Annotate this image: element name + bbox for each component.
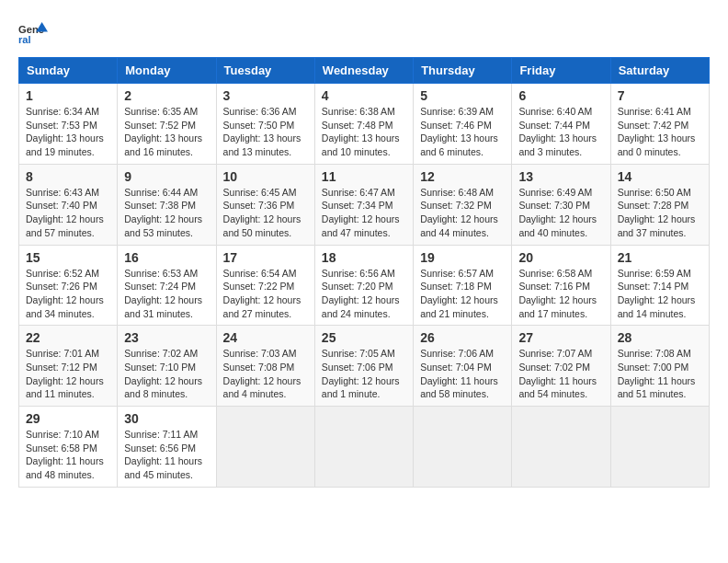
svg-text:ral: ral [18, 34, 31, 45]
calendar-cell-12: 12Sunrise: 6:48 AMSunset: 7:32 PMDayligh… [414, 164, 512, 245]
calendar-cell-1: 1Sunrise: 6:34 AMSunset: 7:53 PMDaylight… [19, 84, 118, 165]
calendar-cell-10: 10Sunrise: 6:45 AMSunset: 7:36 PMDayligh… [216, 164, 314, 245]
header-thursday: Thursday [414, 58, 512, 84]
calendar-header-row: SundayMondayTuesdayWednesdayThursdayFrid… [19, 58, 710, 84]
calendar-cell-28: 28Sunrise: 7:08 AMSunset: 7:00 PMDayligh… [610, 326, 709, 407]
calendar-cell-9: 9Sunrise: 6:44 AMSunset: 7:38 PMDaylight… [118, 164, 216, 245]
calendar-week-1: 1Sunrise: 6:34 AMSunset: 7:53 PMDaylight… [19, 84, 710, 165]
calendar-cell-2: 2Sunrise: 6:35 AMSunset: 7:52 PMDaylight… [118, 84, 216, 165]
calendar-cell-19: 19Sunrise: 6:57 AMSunset: 7:18 PMDayligh… [414, 245, 512, 326]
header-sunday: Sunday [19, 58, 118, 84]
header-tuesday: Tuesday [216, 58, 314, 84]
calendar-cell-empty [512, 407, 610, 488]
calendar-cell-16: 16Sunrise: 6:53 AMSunset: 7:24 PMDayligh… [118, 245, 216, 326]
logo-icon: Gene ral [18, 18, 48, 48]
calendar-cell-8: 8Sunrise: 6:43 AMSunset: 7:40 PMDaylight… [19, 164, 118, 245]
calendar-cell-21: 21Sunrise: 6:59 AMSunset: 7:14 PMDayligh… [610, 245, 709, 326]
calendar-cell-empty [216, 407, 314, 488]
calendar-cell-29: 29Sunrise: 7:10 AMSunset: 6:58 PMDayligh… [19, 407, 118, 488]
calendar-cell-13: 13Sunrise: 6:49 AMSunset: 7:30 PMDayligh… [512, 164, 610, 245]
calendar-cell-20: 20Sunrise: 6:58 AMSunset: 7:16 PMDayligh… [512, 245, 610, 326]
calendar-cell-18: 18Sunrise: 6:56 AMSunset: 7:20 PMDayligh… [314, 245, 413, 326]
calendar-cell-30: 30Sunrise: 7:11 AMSunset: 6:56 PMDayligh… [118, 407, 216, 488]
calendar-cell-6: 6Sunrise: 6:40 AMSunset: 7:44 PMDaylight… [512, 84, 610, 165]
calendar-cell-24: 24Sunrise: 7:03 AMSunset: 7:08 PMDayligh… [216, 326, 314, 407]
calendar-cell-5: 5Sunrise: 6:39 AMSunset: 7:46 PMDaylight… [414, 84, 512, 165]
calendar-cell-7: 7Sunrise: 6:41 AMSunset: 7:42 PMDaylight… [610, 84, 709, 165]
header-friday: Friday [512, 58, 610, 84]
calendar-cell-empty [414, 407, 512, 488]
calendar-week-2: 8Sunrise: 6:43 AMSunset: 7:40 PMDaylight… [19, 164, 710, 245]
calendar-cell-26: 26Sunrise: 7:06 AMSunset: 7:04 PMDayligh… [414, 326, 512, 407]
calendar-cell-17: 17Sunrise: 6:54 AMSunset: 7:22 PMDayligh… [216, 245, 314, 326]
page-header: Gene ral [18, 18, 710, 48]
calendar-cell-15: 15Sunrise: 6:52 AMSunset: 7:26 PMDayligh… [19, 245, 118, 326]
header-monday: Monday [118, 58, 216, 84]
calendar-cell-14: 14Sunrise: 6:50 AMSunset: 7:28 PMDayligh… [610, 164, 709, 245]
logo: Gene ral [18, 18, 51, 48]
calendar-cell-empty [314, 407, 413, 488]
calendar-cell-4: 4Sunrise: 6:38 AMSunset: 7:48 PMDaylight… [314, 84, 413, 165]
header-wednesday: Wednesday [314, 58, 413, 84]
calendar-cell-23: 23Sunrise: 7:02 AMSunset: 7:10 PMDayligh… [118, 326, 216, 407]
calendar-cell-11: 11Sunrise: 6:47 AMSunset: 7:34 PMDayligh… [314, 164, 413, 245]
calendar-week-5: 29Sunrise: 7:10 AMSunset: 6:58 PMDayligh… [19, 407, 710, 488]
header-saturday: Saturday [610, 58, 709, 84]
calendar-week-4: 22Sunrise: 7:01 AMSunset: 7:12 PMDayligh… [19, 326, 710, 407]
calendar-table: SundayMondayTuesdayWednesdayThursdayFrid… [18, 57, 710, 488]
calendar-cell-25: 25Sunrise: 7:05 AMSunset: 7:06 PMDayligh… [314, 326, 413, 407]
calendar-cell-3: 3Sunrise: 6:36 AMSunset: 7:50 PMDaylight… [216, 84, 314, 165]
calendar-cell-27: 27Sunrise: 7:07 AMSunset: 7:02 PMDayligh… [512, 326, 610, 407]
calendar-cell-22: 22Sunrise: 7:01 AMSunset: 7:12 PMDayligh… [19, 326, 118, 407]
calendar-week-3: 15Sunrise: 6:52 AMSunset: 7:26 PMDayligh… [19, 245, 710, 326]
calendar-cell-empty [610, 407, 709, 488]
